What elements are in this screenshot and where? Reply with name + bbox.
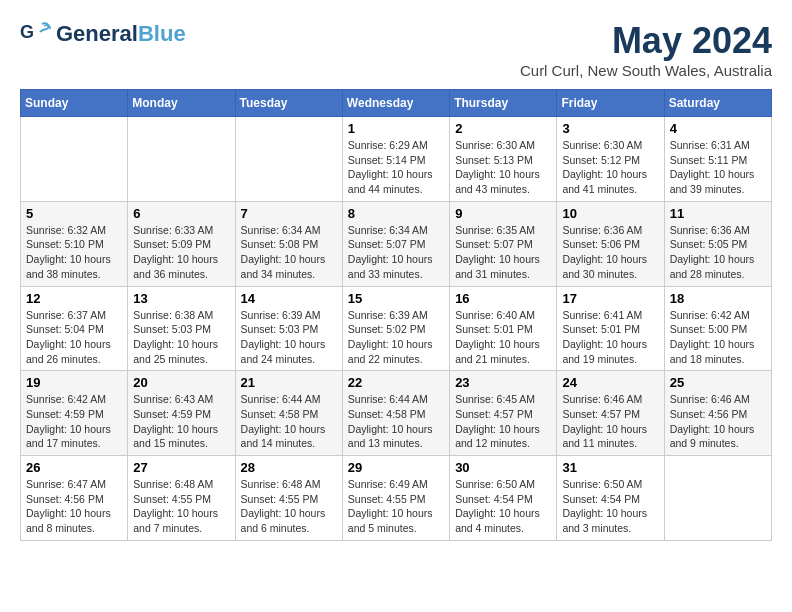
day-info: Sunrise: 6:38 AM Sunset: 5:03 PM Dayligh… bbox=[133, 308, 229, 367]
calendar-cell: 19Sunrise: 6:42 AM Sunset: 4:59 PM Dayli… bbox=[21, 371, 128, 456]
day-info: Sunrise: 6:42 AM Sunset: 4:59 PM Dayligh… bbox=[26, 392, 122, 451]
day-info: Sunrise: 6:36 AM Sunset: 5:06 PM Dayligh… bbox=[562, 223, 658, 282]
calendar-cell: 26Sunrise: 6:47 AM Sunset: 4:56 PM Dayli… bbox=[21, 456, 128, 541]
calendar-cell bbox=[21, 117, 128, 202]
calendar-cell: 11Sunrise: 6:36 AM Sunset: 5:05 PM Dayli… bbox=[664, 201, 771, 286]
day-number: 15 bbox=[348, 291, 444, 306]
calendar-cell: 30Sunrise: 6:50 AM Sunset: 4:54 PM Dayli… bbox=[450, 456, 557, 541]
day-info: Sunrise: 6:50 AM Sunset: 4:54 PM Dayligh… bbox=[562, 477, 658, 536]
day-info: Sunrise: 6:48 AM Sunset: 4:55 PM Dayligh… bbox=[133, 477, 229, 536]
location-subtitle: Curl Curl, New South Wales, Australia bbox=[520, 62, 772, 79]
day-info: Sunrise: 6:32 AM Sunset: 5:10 PM Dayligh… bbox=[26, 223, 122, 282]
calendar-cell: 18Sunrise: 6:42 AM Sunset: 5:00 PM Dayli… bbox=[664, 286, 771, 371]
logo-text: GeneralBlue bbox=[56, 21, 186, 47]
day-info: Sunrise: 6:30 AM Sunset: 5:12 PM Dayligh… bbox=[562, 138, 658, 197]
day-info: Sunrise: 6:42 AM Sunset: 5:00 PM Dayligh… bbox=[670, 308, 766, 367]
calendar-week-1: 1Sunrise: 6:29 AM Sunset: 5:14 PM Daylig… bbox=[21, 117, 772, 202]
calendar-cell bbox=[664, 456, 771, 541]
calendar-week-2: 5Sunrise: 6:32 AM Sunset: 5:10 PM Daylig… bbox=[21, 201, 772, 286]
day-number: 7 bbox=[241, 206, 337, 221]
day-info: Sunrise: 6:34 AM Sunset: 5:07 PM Dayligh… bbox=[348, 223, 444, 282]
day-info: Sunrise: 6:29 AM Sunset: 5:14 PM Dayligh… bbox=[348, 138, 444, 197]
weekday-header-saturday: Saturday bbox=[664, 90, 771, 117]
calendar-cell bbox=[128, 117, 235, 202]
calendar-cell: 22Sunrise: 6:44 AM Sunset: 4:58 PM Dayli… bbox=[342, 371, 449, 456]
calendar-cell: 21Sunrise: 6:44 AM Sunset: 4:58 PM Dayli… bbox=[235, 371, 342, 456]
day-number: 31 bbox=[562, 460, 658, 475]
calendar-body: 1Sunrise: 6:29 AM Sunset: 5:14 PM Daylig… bbox=[21, 117, 772, 541]
day-number: 18 bbox=[670, 291, 766, 306]
day-number: 16 bbox=[455, 291, 551, 306]
day-number: 13 bbox=[133, 291, 229, 306]
day-info: Sunrise: 6:31 AM Sunset: 5:11 PM Dayligh… bbox=[670, 138, 766, 197]
day-number: 12 bbox=[26, 291, 122, 306]
calendar-cell: 23Sunrise: 6:45 AM Sunset: 4:57 PM Dayli… bbox=[450, 371, 557, 456]
day-info: Sunrise: 6:37 AM Sunset: 5:04 PM Dayligh… bbox=[26, 308, 122, 367]
calendar-cell: 12Sunrise: 6:37 AM Sunset: 5:04 PM Dayli… bbox=[21, 286, 128, 371]
day-info: Sunrise: 6:40 AM Sunset: 5:01 PM Dayligh… bbox=[455, 308, 551, 367]
day-info: Sunrise: 6:48 AM Sunset: 4:55 PM Dayligh… bbox=[241, 477, 337, 536]
calendar-cell: 28Sunrise: 6:48 AM Sunset: 4:55 PM Dayli… bbox=[235, 456, 342, 541]
calendar-cell: 16Sunrise: 6:40 AM Sunset: 5:01 PM Dayli… bbox=[450, 286, 557, 371]
day-number: 2 bbox=[455, 121, 551, 136]
day-number: 29 bbox=[348, 460, 444, 475]
calendar-cell: 15Sunrise: 6:39 AM Sunset: 5:02 PM Dayli… bbox=[342, 286, 449, 371]
day-number: 30 bbox=[455, 460, 551, 475]
day-number: 14 bbox=[241, 291, 337, 306]
calendar-cell: 25Sunrise: 6:46 AM Sunset: 4:56 PM Dayli… bbox=[664, 371, 771, 456]
day-number: 22 bbox=[348, 375, 444, 390]
calendar-cell bbox=[235, 117, 342, 202]
calendar-cell: 20Sunrise: 6:43 AM Sunset: 4:59 PM Dayli… bbox=[128, 371, 235, 456]
day-info: Sunrise: 6:36 AM Sunset: 5:05 PM Dayligh… bbox=[670, 223, 766, 282]
day-number: 26 bbox=[26, 460, 122, 475]
calendar-week-3: 12Sunrise: 6:37 AM Sunset: 5:04 PM Dayli… bbox=[21, 286, 772, 371]
day-number: 19 bbox=[26, 375, 122, 390]
weekday-header-thursday: Thursday bbox=[450, 90, 557, 117]
day-info: Sunrise: 6:39 AM Sunset: 5:03 PM Dayligh… bbox=[241, 308, 337, 367]
day-info: Sunrise: 6:30 AM Sunset: 5:13 PM Dayligh… bbox=[455, 138, 551, 197]
title-area: May 2024 Curl Curl, New South Wales, Aus… bbox=[520, 20, 772, 79]
calendar-cell: 31Sunrise: 6:50 AM Sunset: 4:54 PM Dayli… bbox=[557, 456, 664, 541]
day-number: 10 bbox=[562, 206, 658, 221]
calendar-week-4: 19Sunrise: 6:42 AM Sunset: 4:59 PM Dayli… bbox=[21, 371, 772, 456]
calendar-week-5: 26Sunrise: 6:47 AM Sunset: 4:56 PM Dayli… bbox=[21, 456, 772, 541]
calendar-cell: 6Sunrise: 6:33 AM Sunset: 5:09 PM Daylig… bbox=[128, 201, 235, 286]
day-info: Sunrise: 6:46 AM Sunset: 4:57 PM Dayligh… bbox=[562, 392, 658, 451]
calendar-cell: 2Sunrise: 6:30 AM Sunset: 5:13 PM Daylig… bbox=[450, 117, 557, 202]
calendar-table: SundayMondayTuesdayWednesdayThursdayFrid… bbox=[20, 89, 772, 541]
day-number: 6 bbox=[133, 206, 229, 221]
day-number: 4 bbox=[670, 121, 766, 136]
weekday-header-row: SundayMondayTuesdayWednesdayThursdayFrid… bbox=[21, 90, 772, 117]
weekday-header-tuesday: Tuesday bbox=[235, 90, 342, 117]
weekday-header-friday: Friday bbox=[557, 90, 664, 117]
day-number: 5 bbox=[26, 206, 122, 221]
month-title: May 2024 bbox=[520, 20, 772, 62]
calendar-cell: 7Sunrise: 6:34 AM Sunset: 5:08 PM Daylig… bbox=[235, 201, 342, 286]
calendar-cell: 5Sunrise: 6:32 AM Sunset: 5:10 PM Daylig… bbox=[21, 201, 128, 286]
day-number: 11 bbox=[670, 206, 766, 221]
day-info: Sunrise: 6:39 AM Sunset: 5:02 PM Dayligh… bbox=[348, 308, 444, 367]
calendar-cell: 14Sunrise: 6:39 AM Sunset: 5:03 PM Dayli… bbox=[235, 286, 342, 371]
day-number: 8 bbox=[348, 206, 444, 221]
day-info: Sunrise: 6:50 AM Sunset: 4:54 PM Dayligh… bbox=[455, 477, 551, 536]
day-info: Sunrise: 6:47 AM Sunset: 4:56 PM Dayligh… bbox=[26, 477, 122, 536]
day-number: 1 bbox=[348, 121, 444, 136]
calendar-cell: 8Sunrise: 6:34 AM Sunset: 5:07 PM Daylig… bbox=[342, 201, 449, 286]
calendar-cell: 4Sunrise: 6:31 AM Sunset: 5:11 PM Daylig… bbox=[664, 117, 771, 202]
weekday-header-monday: Monday bbox=[128, 90, 235, 117]
day-info: Sunrise: 6:34 AM Sunset: 5:08 PM Dayligh… bbox=[241, 223, 337, 282]
day-number: 28 bbox=[241, 460, 337, 475]
day-info: Sunrise: 6:49 AM Sunset: 4:55 PM Dayligh… bbox=[348, 477, 444, 536]
day-number: 17 bbox=[562, 291, 658, 306]
header: G GeneralBlue May 2024 Curl Curl, New So… bbox=[20, 20, 772, 79]
day-info: Sunrise: 6:45 AM Sunset: 4:57 PM Dayligh… bbox=[455, 392, 551, 451]
svg-text:G: G bbox=[20, 22, 34, 42]
day-number: 20 bbox=[133, 375, 229, 390]
day-number: 3 bbox=[562, 121, 658, 136]
calendar-cell: 24Sunrise: 6:46 AM Sunset: 4:57 PM Dayli… bbox=[557, 371, 664, 456]
day-info: Sunrise: 6:41 AM Sunset: 5:01 PM Dayligh… bbox=[562, 308, 658, 367]
day-number: 23 bbox=[455, 375, 551, 390]
calendar-cell: 10Sunrise: 6:36 AM Sunset: 5:06 PM Dayli… bbox=[557, 201, 664, 286]
day-number: 9 bbox=[455, 206, 551, 221]
calendar-cell: 13Sunrise: 6:38 AM Sunset: 5:03 PM Dayli… bbox=[128, 286, 235, 371]
